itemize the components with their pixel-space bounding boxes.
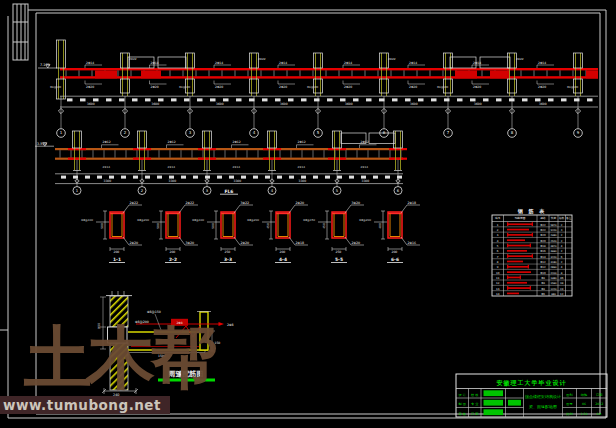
- width-label: 200: [170, 250, 176, 254]
- bottom-callout: 2Φ20: [409, 85, 417, 89]
- span-dimension: 3600: [87, 102, 95, 106]
- section-label: 5-5: [335, 257, 343, 262]
- bottom-callout: 2Φ20: [473, 85, 481, 89]
- rebar-length: 3420: [550, 256, 557, 259]
- annotation-blob: [561, 98, 567, 101]
- rebar-hook: [530, 243, 531, 247]
- annotation-blob: [431, 98, 437, 101]
- annotation-blob: [392, 98, 398, 101]
- annotation-blob: [132, 98, 138, 101]
- stirrup-callout: Φ8@200: [359, 218, 371, 222]
- bottom-rebar-callout: 2Φ16: [408, 241, 417, 245]
- rebar-spec: Φ14: [540, 256, 546, 259]
- rebar-hook: [532, 222, 533, 226]
- annotation-blob: [361, 176, 366, 179]
- span-dimension: 3600: [345, 102, 353, 106]
- rebar-length: 4980: [550, 234, 557, 237]
- bottom-callout: 2Φ20: [344, 85, 352, 89]
- annotation-blob: [349, 176, 354, 179]
- table-header: 根数: [559, 216, 565, 220]
- rebar-length: 3660: [550, 250, 557, 253]
- section-label: 2-2: [169, 257, 177, 262]
- annotation-blob: [314, 98, 320, 101]
- row-number: 5: [497, 244, 499, 248]
- axis-number: 7: [447, 130, 450, 135]
- annotation-blob: [405, 98, 411, 101]
- annotation-blob: [205, 176, 210, 179]
- rebar-qty: 6: [561, 256, 563, 259]
- tb-value: 结施: [581, 393, 588, 397]
- tb-label: 审 核: [459, 412, 467, 416]
- tb-label: 比例: [566, 412, 572, 416]
- drawing-title: 梁、雨篷配筋图: [529, 404, 557, 409]
- span-dimension: 3600: [474, 102, 482, 106]
- rebar-hook: [530, 286, 531, 290]
- column-stub-above: [57, 40, 66, 68]
- annotation-blob: [470, 98, 476, 101]
- rebar-length: 5870: [550, 224, 557, 227]
- annotation-blob: [548, 98, 554, 101]
- rebar-spec: Φ8: [541, 282, 545, 285]
- row-number: 14: [496, 292, 500, 296]
- section-label: 4-4: [279, 257, 287, 262]
- span-callout: 2Φ14: [215, 61, 223, 65]
- span-callout: 2Φ12: [168, 140, 176, 144]
- rebar-spec: Φ22: [540, 229, 546, 232]
- stirrup-callout: Φ8@100: [81, 218, 93, 222]
- dist-bar-label: Φ8@150: [147, 310, 161, 314]
- row-number: 9: [497, 265, 499, 269]
- rebar-shape: [507, 293, 519, 295]
- rebar-qty: 4: [561, 266, 563, 269]
- rebar-shape: [507, 255, 533, 257]
- tb-name-block: [484, 409, 504, 415]
- axis-number: 8: [511, 130, 514, 135]
- annotation-blob: [133, 176, 138, 179]
- section-detail: 2Φ223Φ20Φ8@2005002002-2: [137, 201, 198, 263]
- tb-name-block: [484, 390, 504, 396]
- rebar-qty: 12: [560, 293, 564, 296]
- rebar-hook: [507, 265, 508, 269]
- rebar-shape: [507, 266, 529, 268]
- cad-path: [289, 205, 308, 213]
- annotation-blob: [223, 98, 229, 101]
- bottom-callout: 2Φ14: [233, 165, 241, 169]
- annotation-blob: [97, 176, 102, 179]
- tb-name-block: [508, 400, 521, 406]
- cad-path: [401, 205, 420, 213]
- column-stub-above: [268, 131, 277, 148]
- annotation-blob: [184, 98, 190, 101]
- section-detail: 3Φ202Φ20Φ8@1504502505-5: [303, 201, 364, 263]
- rebar-spec: Φ12: [540, 261, 546, 264]
- support-fill: [389, 158, 407, 160]
- rebar-qty: 3: [561, 229, 563, 232]
- annotation-blob: [288, 98, 294, 101]
- bottom-callout: 2Φ20: [151, 85, 159, 89]
- annotation-blob: [418, 98, 424, 101]
- annotation-blob: [229, 176, 234, 179]
- annotation-blob: [522, 98, 528, 101]
- tb-value: 06: [582, 402, 586, 406]
- annotation-blob: [262, 98, 268, 101]
- beam2-title: FL6: [225, 189, 234, 194]
- row-number: 8: [497, 260, 499, 264]
- column-stub-above: [73, 131, 82, 148]
- rebar-shape: [507, 223, 533, 225]
- height-label: 400: [378, 223, 382, 229]
- bottom-rebar-callout: 2Φ20: [241, 241, 250, 245]
- span-callout: 2Φ14: [86, 61, 94, 65]
- column-stub-above: [333, 131, 342, 148]
- column-stub-above: [574, 53, 583, 68]
- project-title: 综合楼框架结构设计: [525, 394, 561, 400]
- section-detail: 2Φ202Φ18Φ8@2004502004-4: [247, 201, 308, 263]
- stirrup-note: Φ8@100: [437, 86, 449, 89]
- annotation-blob: [373, 176, 378, 179]
- rebar-hook: [528, 265, 529, 269]
- span-dimension: 3300: [104, 179, 112, 183]
- rebar-shape: [507, 287, 531, 289]
- span-callout: 2Φ12: [298, 140, 306, 144]
- annotation-blob: [171, 98, 177, 101]
- height-label: 500: [156, 223, 160, 229]
- rebar-hook: [532, 254, 533, 258]
- table-header: 编号: [495, 216, 501, 220]
- beam-bottom-chord: [55, 158, 403, 160]
